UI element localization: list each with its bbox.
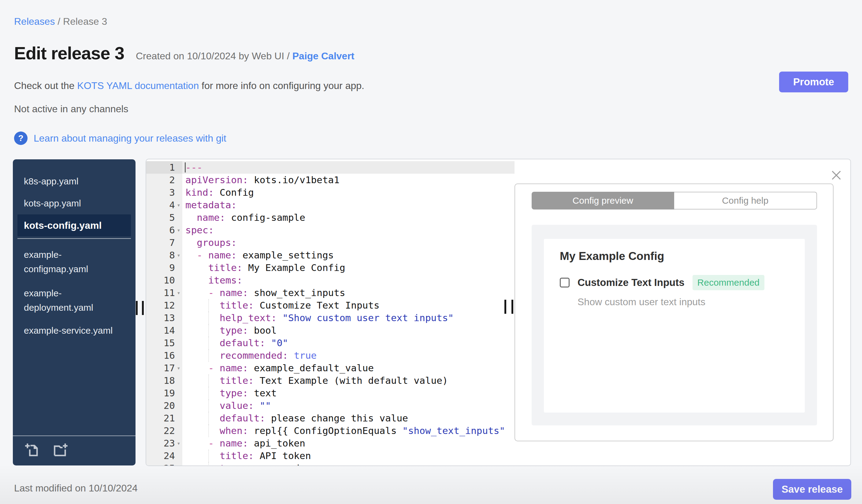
code-line-11: 11▾ - name: show_text_inputs <box>146 287 514 299</box>
created-by-link[interactable]: Paige Calvert <box>292 51 354 62</box>
code-text[interactable]: title: Text Example (with default value) <box>182 374 514 387</box>
line-number: 22 <box>146 424 175 437</box>
code-text[interactable]: recommended: true <box>182 349 514 362</box>
fold-spacer <box>175 211 182 224</box>
config-panel-tabs: Config previewConfig help <box>532 192 817 210</box>
tab-config-help[interactable]: Config help <box>674 192 817 210</box>
line-number: 24 <box>146 450 175 462</box>
fold-arrow-icon[interactable]: ▾ <box>175 437 182 450</box>
config-item-label: Customize Text Inputs <box>577 277 684 288</box>
code-text[interactable]: title: Customize Text Inputs <box>182 299 514 311</box>
gutter-line-5: 5 <box>146 211 182 224</box>
line-number: 17 <box>146 362 175 374</box>
breadcrumb-current: Release 3 <box>63 16 107 27</box>
gutter-line-8: 8▾ <box>146 249 182 262</box>
code-text[interactable]: spec: <box>182 224 514 236</box>
line-number: 6 <box>146 224 175 236</box>
code-text[interactable]: name: config-sample <box>182 211 514 224</box>
line-number: 3 <box>146 186 175 199</box>
fold-spacer <box>175 374 182 387</box>
file-item-example-configmap.yaml[interactable]: example-configmap.yaml <box>13 242 135 281</box>
fold-spacer <box>175 324 182 337</box>
code-text[interactable]: type: bool <box>182 324 514 337</box>
code-line-5: 5 name: config-sample <box>146 211 514 224</box>
code-line-21: 21 default: please change this value <box>146 412 514 424</box>
fold-arrow-icon[interactable]: ▾ <box>175 249 182 262</box>
code-text[interactable]: when: repl{{ ConfigOptionEquals "show_te… <box>182 424 514 437</box>
page: { "colors": { "accent_button": "#7177F1"… <box>0 0 862 504</box>
fold-spacer <box>175 399 182 412</box>
code-text[interactable]: help_text: "Show custom user text inputs… <box>182 311 514 324</box>
fold-spacer <box>175 462 182 466</box>
code-text[interactable]: default: "0" <box>182 337 514 349</box>
code-line-25: 25 type: password <box>146 462 514 466</box>
kots-yaml-docs-link[interactable]: KOTS YAML documentation <box>77 80 199 91</box>
fold-spacer <box>175 186 182 199</box>
file-item-example-service.yaml[interactable]: example-service.yaml <box>13 320 135 342</box>
new-folder-icon[interactable] <box>53 442 68 458</box>
gutter-line-20: 20 <box>146 399 182 412</box>
sidebar-resize-handle[interactable] <box>136 301 138 315</box>
code-text[interactable]: - name: show_text_inputs <box>182 287 514 299</box>
tab-config-preview[interactable]: Config preview <box>532 192 674 210</box>
code-text[interactable]: items: <box>182 274 514 287</box>
customize-text-inputs-checkbox[interactable] <box>560 278 570 288</box>
code-text[interactable]: kind: Config <box>182 186 514 199</box>
code-text[interactable]: - name: example_default_value <box>182 362 514 374</box>
promote-button[interactable]: Promote <box>779 71 848 92</box>
new-file-icon[interactable] <box>25 442 40 458</box>
file-item-example-deployment.yaml[interactable]: example-deployment.yaml <box>13 281 135 320</box>
gutter-line-7: 7 <box>146 236 182 249</box>
code-text[interactable]: type: text <box>182 387 514 399</box>
config-item-row: Customize Text Inputs Recommended <box>560 275 765 290</box>
fold-arrow-icon[interactable]: ▾ <box>175 287 182 299</box>
code-text[interactable]: default: please change this value <box>182 412 514 424</box>
code-text[interactable]: groups: <box>182 236 514 249</box>
breadcrumb: Releases / Release 3 <box>14 16 107 27</box>
code-text[interactable]: --- <box>182 161 514 174</box>
preview-resize-handle[interactable] <box>511 300 513 314</box>
line-number: 25 <box>146 462 175 466</box>
recommended-badge: Recommended <box>693 275 765 290</box>
fold-spacer <box>175 236 182 249</box>
code-line-8: 8▾ - name: example_settings <box>146 249 514 262</box>
gutter-line-4: 4▾ <box>146 199 182 211</box>
code-text[interactable]: - name: api_token <box>182 437 514 450</box>
code-text[interactable]: title: My Example Config <box>182 262 514 274</box>
file-item-kots-app.yaml[interactable]: kots-app.yaml <box>13 193 135 214</box>
code-line-20: 20 value: "" <box>146 399 514 412</box>
file-item-k8s-app.yaml[interactable]: k8s-app.yaml <box>13 170 135 193</box>
save-release-button[interactable]: Save release <box>773 479 851 500</box>
last-modified-text: Last modified on 10/10/2024 <box>14 482 138 494</box>
page-title: Edit release 3 <box>14 43 124 63</box>
code-text[interactable]: metadata: <box>182 199 514 211</box>
code-text[interactable]: type: password <box>182 462 514 466</box>
fold-spacer <box>175 274 182 287</box>
fold-arrow-icon[interactable]: ▾ <box>175 199 182 211</box>
code-line-19: 19 type: text <box>146 387 514 399</box>
question-mark-icon: ? <box>14 132 27 145</box>
git-releases-link[interactable]: Learn about managing your releases with … <box>34 133 226 144</box>
code-text[interactable]: value: "" <box>182 399 514 412</box>
code-text[interactable]: apiVersion: kots.io/v1beta1 <box>182 174 514 186</box>
close-icon[interactable] <box>830 169 843 181</box>
editor-preview-card: 1---2apiVersion: kots.io/v1beta13kind: C… <box>146 159 851 466</box>
sidebar-resize-handle[interactable] <box>142 301 144 315</box>
line-number: 12 <box>146 299 175 311</box>
yaml-code-editor[interactable]: 1---2apiVersion: kots.io/v1beta13kind: C… <box>146 159 514 466</box>
gutter-line-10: 10 <box>146 274 182 287</box>
gutter-line-16: 16 <box>146 349 182 362</box>
fold-arrow-icon[interactable]: ▾ <box>175 362 182 374</box>
code-text[interactable]: - name: example_settings <box>182 249 514 262</box>
fold-arrow-icon[interactable]: ▾ <box>175 224 182 236</box>
line-number: 23 <box>146 437 175 450</box>
code-line-7: 7 groups: <box>146 236 514 249</box>
breadcrumb-releases-link[interactable]: Releases <box>14 16 55 27</box>
gutter-line-3: 3 <box>146 186 182 199</box>
code-line-24: 24 title: API token <box>146 450 514 462</box>
code-text[interactable]: title: API token <box>182 450 514 462</box>
gutter-line-25: 25 <box>146 462 182 466</box>
file-item-kots-config.yaml[interactable]: kots-config.yaml <box>17 214 131 236</box>
preview-resize-handle[interactable] <box>505 300 506 314</box>
line-number: 7 <box>146 236 175 249</box>
